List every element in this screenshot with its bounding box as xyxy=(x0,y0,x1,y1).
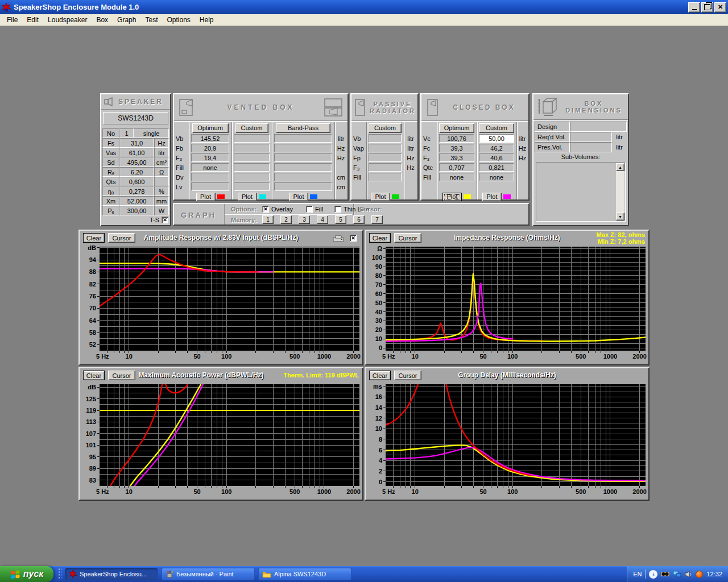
closed-plot-button-1[interactable]: Plot xyxy=(482,193,502,201)
vented-bandpass-value[interactable] xyxy=(274,182,332,191)
closed-custom-value[interactable]: 46,2 xyxy=(479,144,514,152)
menu-box[interactable]: Box xyxy=(92,15,113,25)
param-value[interactable]: 300,00 xyxy=(119,206,154,215)
closed-custom-value[interactable]: 50,00 xyxy=(479,134,514,143)
pres-vol-value[interactable] xyxy=(570,142,612,152)
param-value[interactable]: 0,600 xyxy=(119,177,154,186)
menu-help[interactable]: Help xyxy=(195,15,218,25)
menu-options[interactable]: Options xyxy=(162,15,195,25)
vented-custom-value[interactable] xyxy=(234,153,270,162)
closed-optimum-value[interactable]: 100,76 xyxy=(439,134,474,143)
language-indicator[interactable]: EN xyxy=(633,571,642,577)
vented-bandpass-value[interactable] xyxy=(274,153,332,162)
overlay-checkbox[interactable]: ✕ xyxy=(262,206,269,213)
vented-optimum-button[interactable]: Optimum xyxy=(192,123,229,133)
vented-bandpass-button[interactable]: Band-Pass xyxy=(276,123,330,133)
passive-value[interactable] xyxy=(369,153,402,162)
task-paint[interactable]: Безымянный - Paint xyxy=(162,568,255,580)
menu-loudspeaker[interactable]: Loudspeaker xyxy=(43,15,92,25)
vented-custom-button[interactable]: Custom xyxy=(235,123,268,133)
menu-edit[interactable]: Edit xyxy=(22,15,43,25)
vented-bandpass-value[interactable] xyxy=(274,134,332,143)
tray-orange-app-icon[interactable] xyxy=(696,571,703,578)
closed-custom-value[interactable]: none xyxy=(479,173,514,181)
memory-button-4[interactable]: 4 xyxy=(317,215,328,224)
hide-icons-chevron[interactable]: ‹ xyxy=(649,570,657,579)
clock[interactable]: 12:32 xyxy=(706,571,722,577)
memory-button-2[interactable]: 2 xyxy=(280,215,292,224)
closed-optimum-value[interactable]: 39,3 xyxy=(439,153,474,162)
vented-plot-button-0[interactable]: Plot xyxy=(196,193,216,201)
memory-button-5[interactable]: 5 xyxy=(335,215,346,224)
group-delay-chart[interactable]: ms16141210864205 Hz105010050010002000 xyxy=(366,383,649,500)
memory-button-7[interactable]: 7 xyxy=(371,215,383,224)
vented-plot-button-1[interactable]: Plot xyxy=(238,193,257,201)
network-icon[interactable] xyxy=(673,571,681,578)
param-value[interactable]: 495,00 xyxy=(119,157,154,167)
design-value[interactable] xyxy=(570,122,627,132)
vented-custom-value[interactable] xyxy=(234,134,270,143)
no-value[interactable]: 1 xyxy=(119,128,134,138)
vented-bandpass-value[interactable] xyxy=(274,144,332,152)
passive-value[interactable] xyxy=(369,144,402,152)
thin-line-checkbox[interactable] xyxy=(334,206,341,213)
impedance-chart[interactable]: Ω10090807060504030201005 Hz1050100500100… xyxy=(366,245,649,364)
closed-optimum-value[interactable]: none xyxy=(439,173,474,181)
vented-bandpass-value[interactable] xyxy=(274,173,332,181)
closed-optimum-value[interactable]: 39,3 xyxy=(439,144,474,152)
vented-custom-value[interactable] xyxy=(234,144,270,152)
vented-optimum-value[interactable]: 19,4 xyxy=(191,153,229,162)
param-value[interactable]: 6,20 xyxy=(119,167,154,177)
vented-optimum-value[interactable]: 145,52 xyxy=(191,134,229,143)
vented-bandpass-value[interactable] xyxy=(274,163,332,172)
param-value[interactable]: 61,00 xyxy=(119,148,154,157)
task-alpina-folder[interactable]: Alpina SWS1243D xyxy=(258,568,351,580)
closed-custom-button[interactable]: Custom xyxy=(479,123,514,133)
memory-button-3[interactable]: 3 xyxy=(299,215,310,224)
scroll-up-button[interactable]: ▲ xyxy=(616,163,624,171)
close-button[interactable]: ✕ xyxy=(714,2,726,13)
passive-custom-button[interactable]: Custom xyxy=(369,123,402,133)
fill-checkbox[interactable] xyxy=(306,206,313,213)
passive-plot-button[interactable]: Plot xyxy=(371,193,390,201)
menu-file[interactable]: File xyxy=(2,15,22,25)
scroll-down-button[interactable]: ▼ xyxy=(616,213,624,221)
tray-app-icon[interactable] xyxy=(661,571,669,577)
ts-checkbox[interactable]: ✕ xyxy=(162,217,168,223)
closed-custom-value[interactable]: 0,821 xyxy=(479,163,514,172)
print-checkbox[interactable]: ✕ xyxy=(350,235,357,242)
max-power-chart[interactable]: dB1251191131071019589835 Hz1050100500100… xyxy=(80,383,363,500)
start-button[interactable]: пуск xyxy=(0,566,53,582)
vented-optimum-value[interactable]: 20,9 xyxy=(191,144,229,152)
param-value[interactable]: 31,0 xyxy=(119,138,154,148)
design-label[interactable]: Design xyxy=(535,122,570,132)
vented-optimum-value[interactable] xyxy=(191,182,229,191)
task-speakershop[interactable]: SpeakerShop Enclosu... xyxy=(65,568,158,580)
menu-graph[interactable]: Graph xyxy=(113,15,140,25)
vented-optimum-value[interactable]: none xyxy=(191,163,229,172)
volume-icon[interactable] xyxy=(685,571,692,578)
print-icon[interactable] xyxy=(333,235,344,243)
sub-volumes-list[interactable]: ▲ ▼ xyxy=(536,162,626,222)
vented-custom-value[interactable] xyxy=(234,163,270,172)
closed-optimum-value[interactable]: 0,707 xyxy=(439,163,474,172)
param-value[interactable]: 52,000 xyxy=(119,196,154,206)
vented-custom-value[interactable] xyxy=(234,182,270,191)
vented-plot-button-2[interactable]: Plot xyxy=(289,193,308,201)
amplitude-chart[interactable]: dB94888276706458525 Hz105010050010002000 xyxy=(80,245,363,364)
closed-optimum-button[interactable]: Optimum xyxy=(439,123,474,133)
passive-value[interactable] xyxy=(369,134,402,143)
sub-volumes-scrollbar[interactable]: ▲ ▼ xyxy=(616,163,624,221)
closed-plot-button-0[interactable]: Plot xyxy=(442,193,462,201)
restore-button[interactable] xyxy=(701,2,713,13)
memory-button-1[interactable]: 1 xyxy=(262,215,274,224)
passive-value[interactable] xyxy=(369,173,402,181)
closed-custom-value[interactable]: 40,6 xyxy=(479,153,514,162)
vented-custom-value[interactable] xyxy=(234,173,270,181)
memory-button-6[interactable]: 6 xyxy=(353,215,365,224)
passive-value[interactable] xyxy=(369,163,402,172)
mode-value[interactable]: single xyxy=(134,128,169,138)
vented-optimum-value[interactable] xyxy=(191,173,229,181)
reqd-vol-value[interactable] xyxy=(570,132,612,142)
minimize-button[interactable] xyxy=(688,2,700,13)
